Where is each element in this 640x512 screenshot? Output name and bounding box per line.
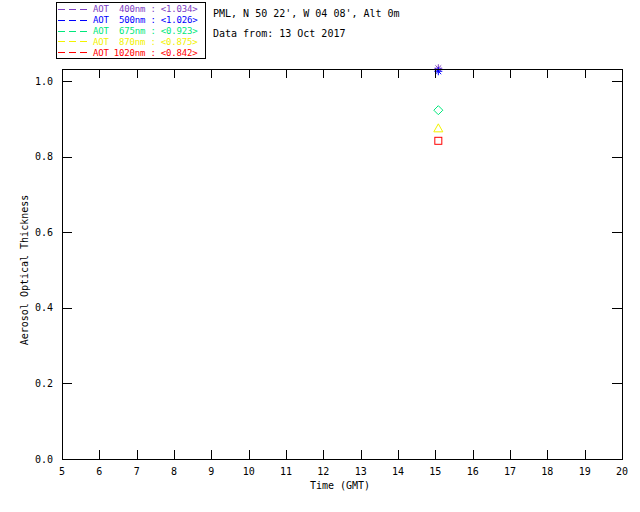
legend-label-1020nm: AOT 1020nm : <0.842> bbox=[93, 48, 197, 58]
y-tick-label-0.6: 0.6 bbox=[35, 227, 53, 238]
x-tick-label-11: 11 bbox=[280, 466, 292, 477]
x-tick-label-18: 18 bbox=[541, 466, 553, 477]
x-tick-label-14: 14 bbox=[392, 466, 404, 477]
legend-row-500nm: AOT 500nm : <1.026> bbox=[57, 15, 205, 26]
x-tick-label-20: 20 bbox=[616, 466, 628, 477]
legend-row-400nm: AOT 400nm : <1.034> bbox=[57, 4, 205, 15]
title-block: PML, N 50 22', W 04 08', Alt 0m Data fro… bbox=[213, 4, 400, 44]
marker-870nm-triangle bbox=[434, 124, 443, 132]
plot-canvas: 5678910111213141516171819200.00.20.40.60… bbox=[0, 0, 640, 512]
y-axis-label: Aerosol Optical Thickness bbox=[19, 195, 30, 346]
x-tick-label-5: 5 bbox=[59, 466, 65, 477]
x-tick-label-7: 7 bbox=[134, 466, 140, 477]
legend-row-870nm: AOT 870nm : <0.875> bbox=[57, 36, 205, 47]
y-tick-label-1.0: 1.0 bbox=[35, 76, 53, 87]
plot-frame bbox=[63, 70, 623, 460]
legend-label-870nm: AOT 870nm : <0.875> bbox=[93, 37, 197, 47]
legend-label-400nm: AOT 400nm : <1.034> bbox=[93, 4, 197, 14]
legend-label-675nm: AOT 675nm : <0.923> bbox=[93, 26, 197, 36]
x-tick-label-13: 13 bbox=[355, 466, 367, 477]
marker-675nm-diamond bbox=[434, 106, 443, 115]
legend-dash-sample-1020nm bbox=[57, 47, 93, 58]
y-tick-label-0.0: 0.0 bbox=[35, 454, 53, 465]
legend-dash-sample-400nm bbox=[57, 4, 93, 15]
aot-plot-image: 5678910111213141516171819200.00.20.40.60… bbox=[0, 0, 640, 512]
data-date: Data from: 13 Oct 2017 bbox=[213, 24, 400, 44]
legend-dash-sample-500nm bbox=[57, 15, 93, 26]
y-tick-label-0.4: 0.4 bbox=[35, 302, 53, 313]
legend-dash-sample-870nm bbox=[57, 36, 93, 47]
x-tick-label-10: 10 bbox=[243, 466, 255, 477]
x-tick-label-19: 19 bbox=[579, 466, 591, 477]
x-tick-label-9: 9 bbox=[208, 466, 214, 477]
station-title: PML, N 50 22', W 04 08', Alt 0m bbox=[213, 4, 400, 24]
y-tick-label-0.2: 0.2 bbox=[35, 378, 53, 389]
x-tick-label-17: 17 bbox=[504, 466, 516, 477]
legend-row-1020nm: AOT 1020nm : <0.842> bbox=[57, 47, 205, 58]
x-tick-label-12: 12 bbox=[317, 466, 329, 477]
legend-box: AOT 400nm : <1.034>AOT 500nm : <1.026>AO… bbox=[56, 2, 206, 59]
legend-label-500nm: AOT 500nm : <1.026> bbox=[93, 15, 197, 25]
y-tick-label-0.8: 0.8 bbox=[35, 151, 53, 162]
x-tick-label-15: 15 bbox=[429, 466, 441, 477]
x-tick-label-6: 6 bbox=[96, 466, 102, 477]
marker-1020nm-square bbox=[435, 137, 442, 144]
legend-row-675nm: AOT 675nm : <0.923> bbox=[57, 26, 205, 37]
x-tick-label-8: 8 bbox=[171, 466, 177, 477]
x-axis-label: Time (GMT) bbox=[240, 480, 440, 491]
legend-dash-sample-675nm bbox=[57, 26, 93, 37]
x-tick-label-16: 16 bbox=[467, 466, 479, 477]
